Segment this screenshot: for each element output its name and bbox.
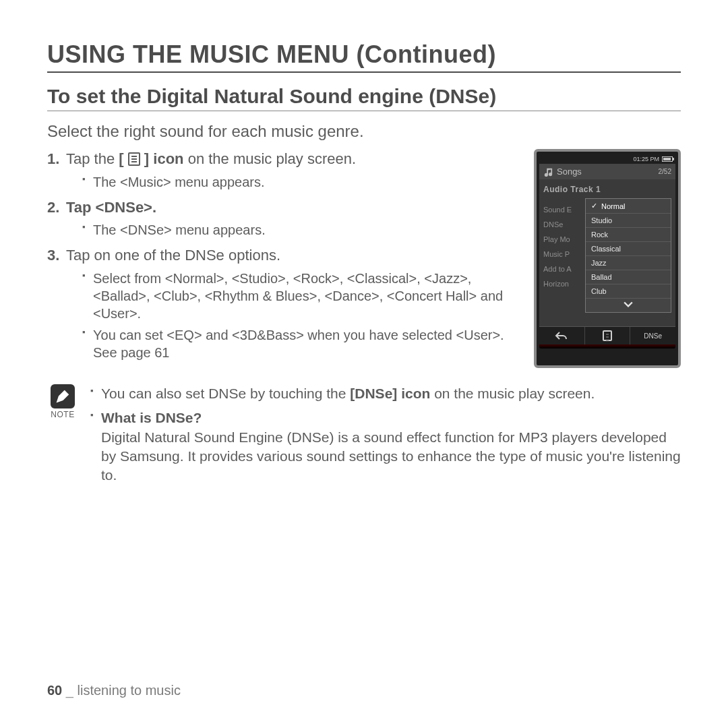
note-what-body: Digital Natural Sound Engine (DNSe) is a… [101, 429, 681, 483]
bg-menu-item: Music P [543, 247, 572, 262]
device-track-title: Audio Track 1 [539, 179, 675, 198]
step-3-sub-2: You can set <EQ> and <3D&Bass> when you … [82, 326, 518, 361]
footer-separator: _ [66, 683, 73, 698]
bg-menu-item: Play Mo [543, 232, 572, 247]
popup-item-jazz[interactable]: Jazz [586, 256, 671, 270]
softkey-dnse[interactable]: DNSe [630, 327, 675, 344]
bracket-open: [ [119, 150, 127, 167]
page-footer: 60 _ listening to music [47, 683, 181, 698]
intro-text: Select the right sound for each music ge… [47, 122, 681, 141]
bg-menu-item: DNSe [543, 217, 572, 232]
step-1: Tap the [ ] icon on the music play scree… [47, 149, 518, 191]
popup-item-studio[interactable]: Studio [586, 214, 671, 228]
device-status-bar: 01:25 PM [539, 154, 675, 164]
device-bg-menu: Sound E DNSe Play Mo Music P Add to A Ho… [543, 202, 572, 291]
note-line-1: You can also set DNSe by touching the [D… [90, 384, 681, 403]
note-block: NOTE You can also set DNSe by touching t… [47, 384, 681, 491]
menu-icon [128, 152, 140, 166]
menu-icon [603, 330, 612, 341]
section-title: To set the Digital Natural Sound engine … [47, 85, 681, 111]
step-1-sub-1: The <Music> menu appears. [82, 173, 518, 191]
softkey-menu[interactable] [585, 327, 631, 344]
step-1-text-c: on the music play screen. [184, 150, 357, 167]
bg-menu-item: Add to A [543, 262, 572, 276]
bracket-close: ] [140, 150, 149, 167]
bg-menu-item: Sound E [543, 202, 572, 217]
step-3-sub-1: Select from <Normal>, <Studio>, <Rock>, … [82, 270, 518, 322]
step-1-text-b: icon [149, 150, 183, 167]
device-body: Sound E DNSe Play Mo Music P Add to A Ho… [539, 198, 675, 326]
step-1-text-a: Tap the [66, 150, 119, 167]
dnse-popup: Normal Studio Rock Classical Jazz Ballad… [585, 198, 671, 313]
device-softkeys: DNSe [539, 326, 675, 344]
steps-list: Tap the [ ] icon on the music play scree… [47, 149, 518, 361]
device-track-counter: 2/52 [659, 168, 671, 175]
step-2: Tap <DNSe>. The <DNSe> menu appears. [47, 198, 518, 239]
device-mockup: 01:25 PM Songs 2/52 Audio Track 1 Sound … [534, 149, 681, 368]
device-header-title: Songs [557, 166, 582, 177]
battery-icon [662, 156, 673, 162]
popup-item-classical[interactable]: Classical [586, 242, 671, 256]
note-label: NOTE [47, 410, 78, 419]
softkey-back[interactable] [539, 327, 585, 344]
popup-more-chevron-icon[interactable] [586, 299, 671, 312]
step-2-sub-1: The <DNSe> menu appears. [82, 221, 518, 239]
popup-item-normal[interactable]: Normal [586, 199, 671, 214]
note-what-heading: What is DNSe? [101, 408, 681, 427]
note-line-1b: [DNSe] icon [350, 386, 430, 401]
note-icon [51, 384, 75, 408]
note-line-2: What is DNSe? Digital Natural Sound Engi… [90, 408, 681, 485]
page-number: 60 [47, 683, 62, 698]
device-bottom-strip [539, 344, 675, 348]
step-3: Tap on one of the DNSe options. Select f… [47, 245, 518, 361]
popup-item-rock[interactable]: Rock [586, 228, 671, 242]
note-line-1c: on the music play screen. [430, 386, 595, 401]
device-header: Songs 2/52 [539, 164, 675, 179]
device-time: 01:25 PM [633, 156, 659, 162]
note-line-1a: You can also set DNSe by touching the [101, 386, 350, 401]
bg-menu-item: Horizon [543, 276, 572, 291]
step-3-text: Tap on one of the DNSe options. [66, 247, 280, 264]
popup-item-ballad[interactable]: Ballad [586, 270, 671, 284]
music-note-icon [543, 167, 553, 177]
step-2-text: Tap <DNSe>. [66, 199, 156, 216]
chapter-name: listening to music [78, 683, 181, 698]
page-title: USING THE MUSIC MENU (Continued) [47, 40, 681, 73]
popup-item-club[interactable]: Club [586, 284, 671, 299]
